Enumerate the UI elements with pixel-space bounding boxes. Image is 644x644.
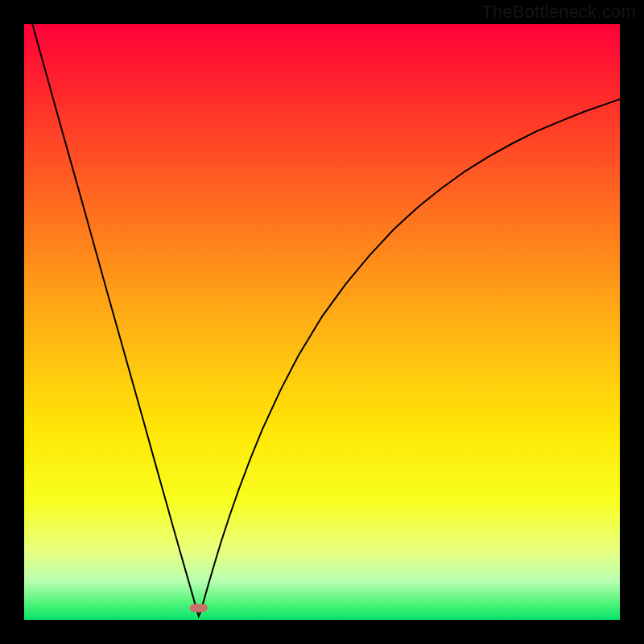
gradient-background [24,24,620,620]
optimal-marker [190,604,208,612]
watermark-text: TheBottleneck.com [481,2,636,23]
plot-area [24,24,620,620]
chart-frame: TheBottleneck.com [0,0,644,644]
bottleneck-chart [24,24,620,620]
